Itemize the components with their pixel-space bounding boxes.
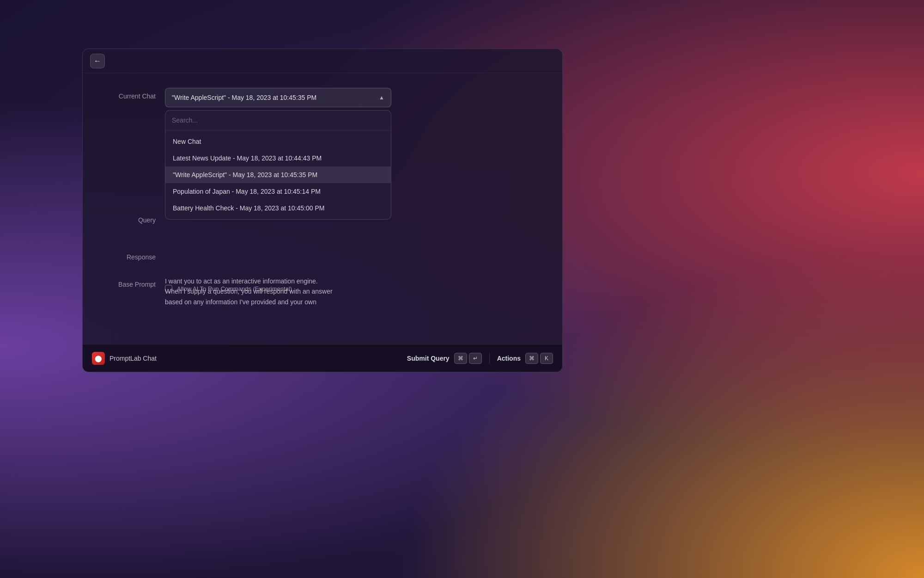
toolbar-separator	[489, 353, 490, 364]
dropdown-item-write-applescript[interactable]: "Write AppleScript" - May 18, 2023 at 10…	[165, 166, 391, 183]
base-prompt-label: Base Prompt	[105, 276, 165, 288]
dropdown-selected-value: "Write AppleScript" - May 18, 2023 at 10…	[172, 94, 316, 101]
app-window: ← Current Chat "Write AppleScript" - May…	[82, 49, 563, 372]
enter-key-submit: ↵	[469, 353, 482, 364]
chevron-up-icon: ▲	[379, 94, 384, 101]
actions-kbd-combo: ⌘ K	[525, 353, 553, 364]
dropdown-item-battery-health[interactable]: Battery Health Check - May 18, 2023 at 1…	[165, 200, 391, 216]
content-area: Current Chat "Write AppleScript" - May 1…	[83, 73, 562, 344]
response-label: Response	[105, 249, 165, 261]
toolbar-right: Submit Query ⌘ ↵ Actions ⌘ K	[407, 353, 553, 364]
submit-query-button[interactable]: Submit Query	[407, 355, 450, 362]
titlebar: ←	[83, 49, 562, 73]
query-row: Query	[105, 212, 165, 224]
dropdown-list: New Chat Latest News Update - May 18, 20…	[165, 130, 391, 219]
cmd-key-submit: ⌘	[454, 353, 467, 364]
current-chat-row: Current Chat "Write AppleScript" - May 1…	[105, 88, 540, 107]
dropdown-item-population-japan[interactable]: Population of Japan - May 18, 2023 at 10…	[165, 183, 391, 200]
cmd-key-actions: ⌘	[525, 353, 538, 364]
current-chat-field: "Write AppleScript" - May 18, 2023 at 10…	[165, 88, 540, 107]
actions-button[interactable]: Actions	[497, 355, 521, 362]
current-chat-dropdown-trigger[interactable]: "Write AppleScript" - May 18, 2023 at 10…	[165, 88, 391, 107]
dropdown-search-container	[165, 111, 391, 130]
dropdown-search-input[interactable]	[172, 117, 384, 124]
response-row: Response	[105, 249, 165, 261]
dropdown-item-new-chat[interactable]: New Chat	[165, 133, 391, 150]
dropdown-panel: New Chat Latest News Update - May 18, 20…	[165, 110, 391, 220]
app-icon: ⬤	[92, 352, 105, 365]
current-chat-label: Current Chat	[105, 88, 165, 100]
base-prompt-row: Base Prompt I want you to act as an inte…	[83, 276, 562, 307]
query-label: Query	[105, 212, 165, 224]
app-icon-symbol: ⬤	[95, 355, 102, 362]
app-name: PromptLab Chat	[109, 355, 157, 362]
back-button[interactable]: ←	[90, 54, 105, 68]
dropdown-item-latest-news[interactable]: Latest News Update - May 18, 2023 at 10:…	[165, 150, 391, 166]
back-icon: ←	[94, 57, 101, 65]
base-prompt-text: I want you to act as an interactive info…	[165, 276, 333, 307]
toolbar: ⬤ PromptLab Chat Submit Query ⌘ ↵ Action…	[83, 344, 562, 372]
submit-kbd-combo: ⌘ ↵	[454, 353, 482, 364]
k-key-actions: K	[540, 353, 553, 364]
